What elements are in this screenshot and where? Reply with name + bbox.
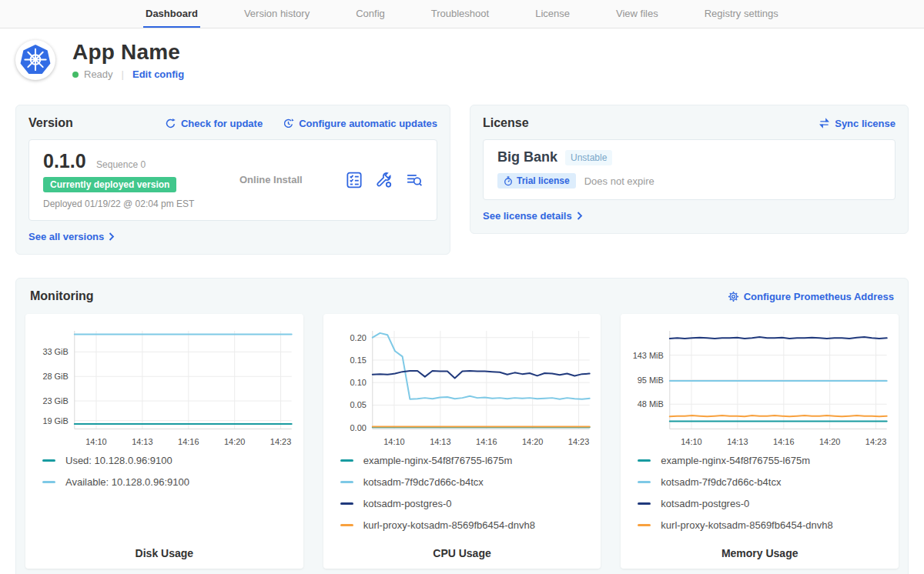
schedule-update-icon <box>283 118 294 129</box>
legend-swatch <box>638 502 651 505</box>
cpu-usage-card: 0.000.050.100.150.2014:1014:1314:1614:20… <box>323 314 601 569</box>
svg-text:0.20: 0.20 <box>350 333 366 342</box>
legend-swatch <box>340 502 353 505</box>
svg-text:19 GiB: 19 GiB <box>42 416 68 425</box>
legend-item: kotsadm-7f9dc7d66c-b4tcx <box>340 476 595 488</box>
svg-text:0.15: 0.15 <box>350 355 366 365</box>
legend-item: Used: 10.128.0.96:9100 <box>42 455 297 466</box>
svg-text:14:10: 14:10 <box>383 437 404 446</box>
svg-text:95 MiB: 95 MiB <box>638 375 664 385</box>
tab-registry-settings[interactable]: Registry settings <box>702 0 781 28</box>
svg-text:14:20: 14:20 <box>522 437 543 446</box>
channel-badge: Unstable <box>565 150 612 165</box>
disk-usage-chart: 19 GiB23 GiB28 GiB33 GiB14:1014:1314:161… <box>32 323 297 450</box>
svg-text:23 GiB: 23 GiB <box>42 396 68 405</box>
legend-swatch <box>638 459 651 462</box>
svg-text:14:16: 14:16 <box>178 437 199 446</box>
check-for-update-link[interactable]: Check for update <box>165 118 263 129</box>
svg-text:14:23: 14:23 <box>865 437 886 446</box>
svg-text:14:13: 14:13 <box>430 437 450 446</box>
divider: | <box>122 68 124 80</box>
configure-updates-link[interactable]: Configure automatic updates <box>283 118 437 129</box>
monitoring-section: Monitoring Configure Prometheus Address <box>15 278 909 574</box>
legend-swatch <box>340 459 353 462</box>
legend-swatch <box>340 524 353 526</box>
app-status: Ready <box>84 68 113 80</box>
legend-item: kotsadm-postgres-0 <box>638 498 892 509</box>
legend-swatch <box>638 524 651 526</box>
gear-icon <box>728 291 739 302</box>
svg-text:14:20: 14:20 <box>224 437 245 446</box>
legend-swatch <box>638 481 651 483</box>
edit-config-icon[interactable] <box>376 172 393 189</box>
memory-usage-legend: example-nginx-54f8f76755-l675m kotsadm-7… <box>638 455 892 541</box>
top-nav: Dashboard Version history Config Trouble… <box>0 0 924 28</box>
cpu-usage-chart: 0.000.050.100.150.2014:1014:1314:1614:20… <box>330 323 595 450</box>
deployed-timestamp: Deployed 01/19/22 @ 02:04 pm EST <box>43 199 239 209</box>
license-customer-name: Big Bank <box>497 149 557 165</box>
preflight-checks-icon[interactable] <box>346 172 363 189</box>
disk-usage-legend: Used: 10.128.0.96:9100 Available: 10.128… <box>42 455 297 498</box>
license-expiry: Does not expire <box>584 175 654 187</box>
deployed-badge: Currently deployed version <box>43 177 176 192</box>
license-card: License Sync license Big Bank Unstable <box>470 105 909 234</box>
legend-item: kotsadm-7f9dc7d66c-b4tcx <box>638 476 892 488</box>
app-header: App Name Ready | Edit config <box>15 40 909 80</box>
legend-swatch <box>42 459 55 462</box>
disk-usage-chart-title: Disk Usage <box>32 541 297 559</box>
svg-text:0.00: 0.00 <box>350 423 366 432</box>
svg-text:28 GiB: 28 GiB <box>42 372 68 381</box>
version-sequence: Sequence 0 <box>96 159 146 170</box>
legend-item: example-nginx-54f8f76755-l675m <box>340 455 595 466</box>
legend-item: Available: 10.128.0.96:9100 <box>42 476 297 488</box>
sync-icon <box>819 118 830 128</box>
see-all-versions-link[interactable]: See all versions <box>28 231 115 242</box>
svg-text:14:13: 14:13 <box>132 437 152 446</box>
legend-item: kotsadm-postgres-0 <box>340 498 595 509</box>
install-type: Online Install <box>239 174 346 185</box>
legend-item: kurl-proxy-kotsadm-8569fb6454-dnvh8 <box>638 519 892 531</box>
svg-text:14:16: 14:16 <box>773 437 794 446</box>
see-license-details-link[interactable]: See license details <box>483 210 583 222</box>
sync-license-link[interactable]: Sync license <box>819 118 896 129</box>
svg-text:14:20: 14:20 <box>819 437 840 446</box>
trial-license-badge: Trial license <box>497 173 576 189</box>
monitoring-title: Monitoring <box>30 289 94 303</box>
version-card-title: Version <box>28 116 73 130</box>
tab-dashboard[interactable]: Dashboard <box>143 0 200 28</box>
tab-version-history[interactable]: Version history <box>242 0 312 28</box>
version-card: Version Check for update <box>15 105 450 255</box>
chevron-right-icon <box>577 212 583 220</box>
cpu-usage-chart-title: CPU Usage <box>330 541 595 559</box>
svg-text:14:10: 14:10 <box>85 437 106 446</box>
memory-usage-chart-title: Memory Usage <box>627 541 892 559</box>
chevron-right-icon <box>109 232 115 241</box>
cpu-usage-legend: example-nginx-54f8f76755-l675m kotsadm-7… <box>340 455 595 541</box>
svg-text:14:16: 14:16 <box>476 437 497 446</box>
legend-swatch <box>42 481 55 483</box>
refresh-icon <box>165 118 176 129</box>
svg-text:14:13: 14:13 <box>728 437 748 446</box>
svg-text:14:23: 14:23 <box>568 437 589 446</box>
deploy-logs-icon[interactable] <box>406 172 423 189</box>
tab-license[interactable]: License <box>533 0 572 28</box>
memory-usage-card: 48 MiB95 MiB143 MiB14:1014:1314:1614:201… <box>621 314 899 569</box>
configure-prometheus-link[interactable]: Configure Prometheus Address <box>728 291 894 302</box>
svg-text:33 GiB: 33 GiB <box>42 347 68 356</box>
svg-text:143 MiB: 143 MiB <box>633 351 664 360</box>
tab-troubleshoot[interactable]: Troubleshoot <box>429 0 491 28</box>
disk-usage-card: 19 GiB23 GiB28 GiB33 GiB14:1014:1314:161… <box>25 314 303 569</box>
page-title: App Name <box>72 40 184 65</box>
svg-text:0.10: 0.10 <box>350 378 366 387</box>
stopwatch-icon <box>504 176 513 186</box>
svg-text:14:10: 14:10 <box>681 437 702 446</box>
version-number: 0.1.0 <box>43 150 86 172</box>
memory-usage-chart: 48 MiB95 MiB143 MiB14:1014:1314:1614:201… <box>627 323 892 450</box>
legend-item: kurl-proxy-kotsadm-8569fb6454-dnvh8 <box>340 519 595 531</box>
tab-config[interactable]: Config <box>353 0 387 28</box>
license-card-title: License <box>483 116 529 130</box>
edit-config-link[interactable]: Edit config <box>132 68 184 80</box>
tab-view-files[interactable]: View files <box>614 0 661 28</box>
legend-swatch <box>340 481 353 483</box>
kubernetes-logo-icon <box>15 40 55 80</box>
